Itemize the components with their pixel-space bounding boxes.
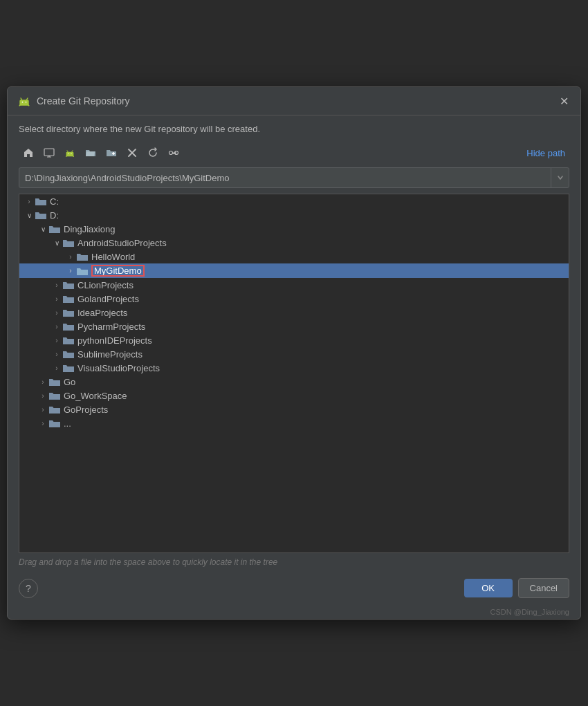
folder-open-icon [85,147,96,158]
home-button[interactable] [19,144,38,162]
desktop-button[interactable] [39,144,59,162]
tree-item-label: C: [50,196,59,207]
watermark: CSDN @Ding_Jiaxiong [8,608,580,619]
folder-icon [48,405,61,414]
tree-item-clionprojects[interactable]: › CLionProjects [19,278,569,292]
tree-item-label: VisualStudioProjects [77,363,160,373]
new-folder-icon [106,147,117,158]
chevron-icon: › [51,279,62,290]
folder-icon [62,280,75,290]
path-input[interactable] [19,169,551,187]
svg-point-2 [26,102,27,103]
tree-item-golandprojects[interactable]: › GolandProjects [19,292,569,306]
svg-rect-4 [66,152,74,157]
chevron-down-icon [557,174,564,181]
button-row: ? OK Cancel [8,571,580,608]
chevron-icon: ∨ [37,223,48,234]
refresh-icon [147,147,158,158]
path-dropdown-button[interactable] [551,168,569,187]
refresh-button[interactable] [143,144,163,162]
folder-open-button[interactable] [81,144,100,162]
cancel-button[interactable]: Cancel [518,578,569,598]
dialog-title: Create Git Repository [37,95,130,106]
title-bar-left: Create Git Repository [17,94,130,108]
ok-button[interactable]: OK [464,579,513,597]
home-icon [23,147,34,158]
tree-item-label: PycharmProjects [77,322,145,332]
chevron-icon: ∨ [51,237,62,248]
tree-item-c[interactable]: › C: [19,194,569,208]
folder-icon [35,196,47,206]
tree-item-label: MyGitDemo [91,265,145,277]
tree-item-dingjiaxiong[interactable]: ∨ DingJiaxiong [19,222,569,236]
tree-item-androidstudioprojects[interactable]: ∨ AndroidStudioProjects [19,236,569,250]
svg-point-5 [68,154,68,154]
chevron-icon: › [51,307,62,318]
tree-item-visualstudioprojects[interactable]: › VisualStudioProjects [19,361,569,375]
tree-item-d[interactable]: ∨ D: [19,208,569,222]
hide-path-button[interactable]: Hide path [522,147,569,160]
folder-icon [62,322,75,331]
android-toolbar-icon [64,147,75,158]
folder-icon [48,418,61,428]
chevron-icon: › [65,266,76,277]
folder-icon [76,252,89,261]
chevron-icon: › [51,349,62,360]
folder-icon [62,308,75,317]
file-tree[interactable]: › C: ∨ D: ∨ DingJiaxiong ∨ [19,194,569,553]
chevron-icon: › [51,362,62,373]
tree-item-pythonideprojects[interactable]: › pythonIDEProjects [19,333,569,347]
tree-item-goprojects[interactable]: › GoProjects [19,402,569,416]
folder-icon [62,335,75,345]
tree-item-label: DingJiaxiong [64,224,115,234]
tree-item-helloworld[interactable]: › HelloWorld [19,250,569,263]
tree-item-label: D: [50,210,59,221]
tree-item-label: ... [64,418,71,429]
chevron-icon: › [51,293,62,304]
svg-point-7 [169,151,173,155]
chevron-icon: › [37,376,48,387]
link-icon [168,147,179,158]
tree-item-ideaprojects[interactable]: › IdeaProjects [19,306,569,319]
folder-icon [35,210,47,220]
chevron-icon: › [37,418,48,429]
tree-item-label: HelloWorld [91,252,135,262]
folder-icon [62,294,75,304]
folder-icon [62,238,75,248]
tree-item-mygitdemo[interactable]: › MyGitDemo [19,263,569,278]
tree-item-sublimeprojects[interactable]: › SublimeProjects [19,347,569,361]
link-button[interactable] [164,144,183,162]
tree-item-more[interactable]: › ... [19,416,569,430]
delete-icon [127,148,137,158]
tree-item-label: GolandProjects [77,294,139,304]
new-folder-button[interactable] [102,144,121,162]
tree-item-label: pythonIDEProjects [77,335,152,346]
tree-item-label: GoProjects [64,405,108,415]
chevron-icon: › [51,335,62,346]
folder-icon [62,349,75,359]
tree-item-go-workspace[interactable]: › Go_WorkSpace [19,389,569,402]
toolbar: Hide path [8,141,580,167]
android-button[interactable] [60,144,80,162]
tree-item-label: CLionProjects [77,280,134,290]
tree-item-go[interactable]: › Go [19,375,569,389]
path-input-row [19,167,569,188]
tree-item-label: IdeaProjects [77,308,127,318]
tree-item-label: SublimeProjects [77,349,143,360]
svg-point-6 [71,154,71,154]
close-button[interactable]: ✕ [557,94,571,108]
chevron-icon: › [24,196,35,207]
svg-rect-3 [44,149,54,156]
create-git-repository-dialog: Create Git Repository ✕ Select directory… [7,86,581,620]
chevron-icon: › [65,251,76,262]
tree-item-label: Go_WorkSpace [64,391,127,401]
delete-button[interactable] [122,144,142,162]
dialog-subtitle: Select directory where the new Git repos… [8,115,580,141]
help-button[interactable]: ? [19,579,38,598]
hint-text: Drag and drop a file into the space abov… [8,553,580,571]
folder-icon [48,377,61,387]
svg-rect-0 [19,100,28,105]
tree-item-label: AndroidStudioProjects [77,238,167,248]
tree-item-pycharmprojects[interactable]: › PycharmProjects [19,319,569,333]
chevron-icon: › [37,404,48,415]
